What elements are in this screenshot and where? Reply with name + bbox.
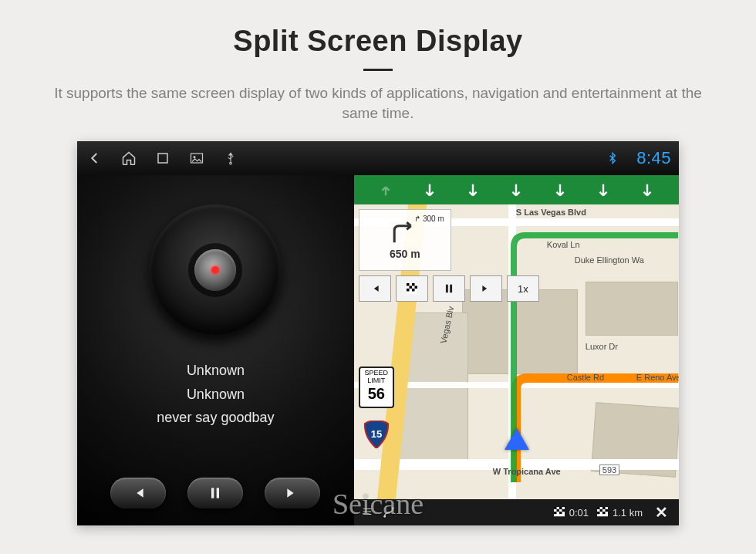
lane-guidance-bar [354,175,679,204]
street-label: W Tropicana Ave [493,467,561,476]
street-label: Koval Ln [547,240,580,249]
street-label: E Reno Ave [636,373,679,382]
nav-bottom-bar: 0:01 1.1 km ✕ [354,499,679,525]
svg-rect-11 [412,289,415,292]
artist-label: Unknown [77,359,354,383]
sim-next-button[interactable] [470,275,502,302]
waypoint-flag-icon [553,507,565,518]
svg-rect-8 [409,286,412,289]
record-dot-icon [211,266,219,274]
street-label: S Las Vegas Blvd [516,208,586,217]
lane-arrow-icon [374,178,397,201]
svg-rect-7 [412,283,415,286]
turn-panel: ↱ 300 m 650 m [359,209,451,271]
svg-rect-10 [407,289,410,292]
lane-arrow-icon [505,178,528,201]
usb-icon[interactable] [221,148,241,168]
speed-limit-value: 56 [360,385,393,402]
sim-pause-button[interactable] [433,275,465,302]
device-screenshot: 8:45 Unknown Unknown never say goodbay [77,141,679,525]
music-player-pane: Unknown Unknown never say goodbay [77,175,354,525]
svg-rect-22 [554,512,557,514]
title-underline [363,69,393,71]
street-label: Duke Ellington Wa [575,255,644,265]
album-label: Unknown [77,383,354,407]
recent-apps-icon[interactable] [153,148,173,168]
route-options-icon[interactable] [382,506,396,519]
remaining-distance: 1.1 km [613,507,643,519]
picture-icon[interactable] [187,148,207,168]
home-icon[interactable] [119,148,139,168]
svg-rect-21 [562,509,565,512]
page-subtitle: It supports the same screen display of t… [35,83,721,123]
svg-point-16 [392,508,394,510]
svg-rect-19 [559,507,562,509]
vehicle-cursor-icon [505,428,529,450]
sim-controls: 1x [359,275,539,302]
svg-rect-6 [407,283,410,286]
svg-rect-13 [450,285,452,293]
svg-rect-26 [602,507,606,509]
navigation-pane: S Las Vegas Blvd Koval Ln Duke Ellington… [354,175,679,525]
svg-point-15 [383,515,386,518]
sim-prev-button[interactable] [359,275,391,302]
album-dial[interactable] [150,204,281,336]
map-canvas[interactable]: S Las Vegas Blvd Koval Ln Duke Ellington… [354,204,679,499]
exit-shield: 593 [599,464,619,475]
close-nav-button[interactable]: ✕ [650,503,673,522]
speed-limit-label: SPEED LIMIT [360,370,393,385]
sim-flag-button[interactable] [396,275,428,302]
svg-rect-18 [554,507,557,509]
street-label: Castle Rd [567,373,604,382]
turn-sub-distance: 300 m [423,215,444,223]
street-label: Luxor Dr [586,342,618,351]
svg-rect-20 [556,509,559,512]
menu-icon[interactable] [360,506,374,519]
svg-rect-12 [446,285,448,293]
clock: 8:45 [636,148,671,168]
svg-rect-28 [605,509,608,512]
lane-arrow-icon [418,178,441,201]
eta-time: 0:01 [569,507,589,519]
interstate-shield-icon: 15 [363,421,390,448]
next-track-button[interactable] [265,478,320,508]
status-bar: 8:45 [77,141,679,175]
track-label: never say goodbay [77,406,354,430]
play-pause-button[interactable] [187,478,243,508]
svg-text:15: 15 [371,428,382,440]
svg-rect-25 [597,507,600,509]
prev-track-button[interactable] [110,478,166,508]
svg-rect-23 [559,512,562,514]
lane-arrow-icon [636,178,659,201]
lane-arrow-icon [461,178,484,201]
turn-main-distance: 650 m [390,248,420,260]
svg-rect-29 [597,512,600,514]
svg-rect-9 [414,286,417,289]
svg-rect-0 [158,154,167,163]
turn-arrow-icon [387,220,423,246]
speed-limit-sign: SPEED LIMIT 56 [359,367,394,408]
svg-point-2 [194,156,196,158]
svg-rect-4 [217,488,219,498]
lane-arrow-icon [592,178,615,201]
svg-rect-30 [602,512,606,514]
bluetooth-icon [602,148,623,168]
turn-sub-arrow-icon: ↱ [414,215,420,223]
svg-rect-3 [211,488,214,498]
svg-rect-27 [599,509,602,512]
page-title: Split Screen Display [0,25,756,58]
back-icon[interactable] [85,148,105,168]
lane-arrow-icon [548,178,572,201]
destination-flag-icon [596,507,609,518]
sim-speed-button[interactable]: 1x [507,275,539,302]
